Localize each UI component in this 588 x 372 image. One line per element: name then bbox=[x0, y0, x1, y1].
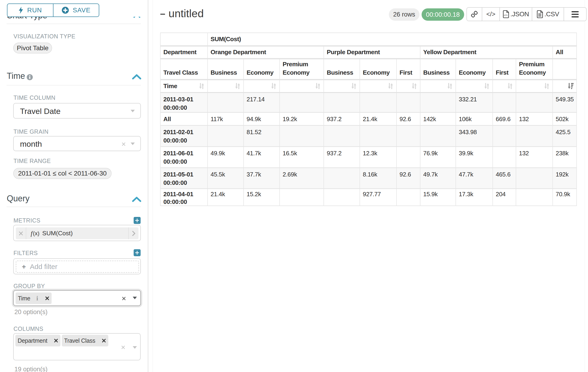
svg-text:</>: </> bbox=[504, 14, 508, 17]
